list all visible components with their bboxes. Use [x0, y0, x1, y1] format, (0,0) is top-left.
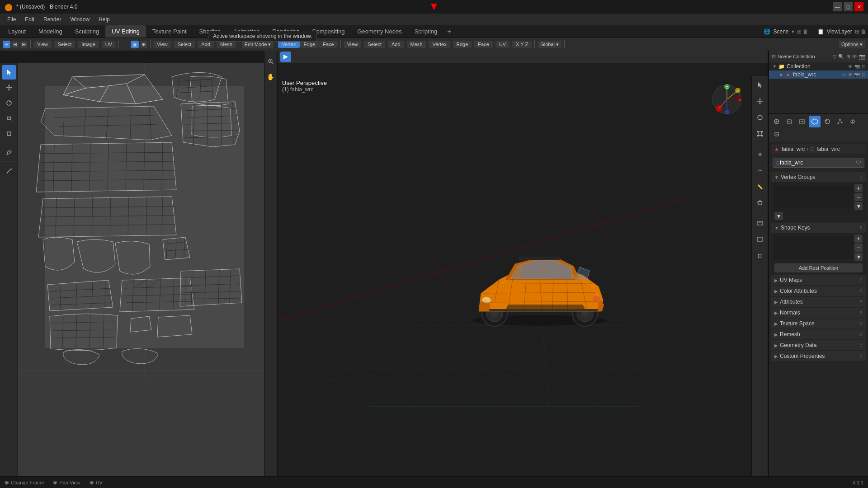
tab-texture-paint[interactable]: Texture Paint: [146, 25, 193, 38]
menu-edit[interactable]: Edit: [21, 15, 38, 23]
outliner-add-icon[interactable]: ⊞: [846, 54, 850, 60]
maximize-button[interactable]: □: [844, 2, 853, 11]
camera-icon[interactable]: 📷: [859, 54, 865, 60]
tb-xyz[interactable]: X Y Z: [512, 41, 532, 48]
viewport-mode-icon[interactable]: [280, 52, 291, 62]
vp-tool-rotate[interactable]: [753, 110, 767, 125]
texture-space-header[interactable]: ▶ Texture Space ⠿: [771, 319, 866, 328]
viewport-icon-1[interactable]: ▣: [131, 41, 139, 48]
tb-view[interactable]: View: [33, 41, 52, 48]
tool-rotate[interactable]: [2, 96, 16, 110]
viewport-icon-2[interactable]: ⊞: [140, 41, 147, 48]
prop-constraints-icon[interactable]: [771, 128, 783, 140]
toolbar-icon-uv-editor[interactable]: ⊟: [3, 41, 10, 48]
vp-tool-scale[interactable]: [753, 127, 767, 141]
outliner-fabia-wrc[interactable]: ▶ 🔺 fabia_wrc ✏ 👁 📷 ⊡: [769, 70, 868, 79]
vp-camera-perspective-icon[interactable]: [753, 216, 767, 230]
global-dropdown[interactable]: Global ▾: [538, 41, 561, 48]
vp-tool-add-cube[interactable]: [753, 196, 767, 210]
shape-key-menu-button[interactable]: ▾: [854, 253, 863, 261]
col-render[interactable]: ⊡: [862, 64, 865, 69]
tab-uv-editing[interactable]: UV Editing: [105, 25, 146, 38]
menu-render[interactable]: Render: [40, 15, 65, 23]
filter-icon[interactable]: ▽: [833, 54, 836, 60]
mesh-name-field[interactable]: ⬡ fabia_wrc 🛡: [773, 158, 864, 168]
tb-view3[interactable]: View: [344, 41, 362, 48]
tool-move[interactable]: [2, 80, 16, 95]
tab-scripting[interactable]: Scripting: [408, 25, 444, 38]
col-eye[interactable]: 👁: [848, 64, 853, 69]
prop-particles-icon[interactable]: [834, 116, 846, 127]
toolbar-icon-2[interactable]: ⊞: [11, 41, 19, 48]
close-button[interactable]: ✕: [854, 2, 863, 11]
tb-mesh[interactable]: Mesh: [217, 41, 236, 48]
fabia-edit-icon[interactable]: ✏: [843, 72, 846, 77]
tb-select3[interactable]: Select: [364, 41, 385, 48]
tb-mesh2[interactable]: Mesh: [407, 41, 426, 48]
custom-properties-header[interactable]: ▶ Custom Properties ⠿: [771, 351, 866, 361]
tab-modeling[interactable]: Modeling: [32, 25, 69, 38]
options-dropdown[interactable]: Options ▾: [839, 41, 865, 48]
vertex-group-remove-button[interactable]: −: [854, 193, 863, 201]
col-camera[interactable]: 📷: [854, 64, 860, 69]
vp-tool-cursor[interactable]: [753, 78, 767, 92]
tool-transform[interactable]: [2, 127, 16, 141]
search-icon[interactable]: 🔍: [838, 54, 844, 60]
prop-physics-icon[interactable]: [847, 116, 859, 127]
tab-layout[interactable]: Layout: [2, 25, 32, 38]
nav-gizmo[interactable]: Z X Y: [709, 81, 745, 117]
add-rest-position-button[interactable]: Add Rest Position: [774, 263, 863, 272]
tool-annotate[interactable]: [2, 145, 16, 160]
uv-maps-header[interactable]: ▶ UV Maps ⠿: [771, 275, 866, 285]
vertex-group-menu-button[interactable]: ▾: [854, 202, 863, 210]
add-workspace-button[interactable]: +: [443, 26, 455, 38]
vertex-groups-header[interactable]: ▼ Vertex Groups ⠿: [771, 172, 866, 182]
vp-tool-move[interactable]: [753, 94, 767, 108]
vertex-mode-button[interactable]: Vertex: [278, 41, 299, 48]
tb-add[interactable]: Add: [198, 41, 214, 48]
tool-scale[interactable]: [2, 111, 16, 126]
tb-edge2[interactable]: Edge: [453, 41, 472, 48]
tb-image[interactable]: Image: [78, 41, 99, 48]
menu-help[interactable]: Help: [95, 15, 113, 23]
tb-view2[interactable]: View: [153, 41, 171, 48]
vp-ortho-icon[interactable]: [753, 232, 767, 247]
edit-mode-dropdown[interactable]: Edit Mode ▾: [242, 41, 274, 48]
title-bar-controls[interactable]: — □ ✕: [833, 2, 863, 11]
shape-key-add-button[interactable]: +: [854, 235, 863, 243]
view-layer-name[interactable]: ViewLayer: [827, 28, 852, 35]
prop-output-icon[interactable]: [796, 116, 808, 127]
menu-window[interactable]: Window: [66, 15, 93, 23]
shape-key-remove-button[interactable]: −: [854, 244, 863, 252]
tool-measure[interactable]: [2, 164, 16, 178]
tb-select[interactable]: Select: [54, 41, 75, 48]
tb-face[interactable]: Face: [474, 41, 492, 48]
attributes-header[interactable]: ▶ Attributes ⠿: [771, 297, 866, 307]
fabia-render[interactable]: ⊡: [862, 72, 865, 77]
vp-tool-annotate[interactable]: ✏: [753, 163, 767, 178]
tab-sculpting[interactable]: Sculpting: [69, 25, 105, 38]
vp-tool-transform[interactable]: ⊕: [753, 147, 767, 161]
tb-uv[interactable]: UV: [102, 41, 116, 48]
remesh-header[interactable]: ▶ Remesh ⠿: [771, 329, 866, 339]
fabia-eye[interactable]: 👁: [848, 72, 853, 77]
vp-toggle-icon[interactable]: ⊟: [753, 249, 767, 263]
face-mode-button[interactable]: Face: [319, 41, 337, 48]
vertex-group-add-button[interactable]: +: [854, 184, 863, 192]
uv-zoom-icon[interactable]: [264, 54, 278, 69]
vertex-group-down-button[interactable]: ▾: [774, 212, 783, 220]
tab-geometry-nodes[interactable]: Geometry Nodes: [351, 25, 408, 38]
viewport-canvas[interactable]: User Perspective (1) fabia_wrc Z X: [278, 63, 768, 476]
normals-header[interactable]: ▶ Normals ⠿: [771, 308, 866, 318]
prop-material-icon[interactable]: [821, 116, 833, 127]
menu-file[interactable]: File: [4, 15, 19, 23]
tb-select2[interactable]: Select: [174, 41, 195, 48]
fabia-camera[interactable]: 📷: [854, 72, 860, 77]
tool-cursor[interactable]: [2, 65, 16, 80]
scene-name[interactable]: Scene: [773, 28, 788, 35]
edge-mode-button[interactable]: Edge: [300, 41, 319, 48]
vp-tool-measure[interactable]: 📏: [753, 179, 767, 194]
toolbar-icon-3[interactable]: ⊟: [20, 41, 28, 48]
shape-keys-header[interactable]: ▼ Shape Keys ⠿: [771, 223, 866, 233]
prop-scene-icon[interactable]: [771, 116, 783, 127]
